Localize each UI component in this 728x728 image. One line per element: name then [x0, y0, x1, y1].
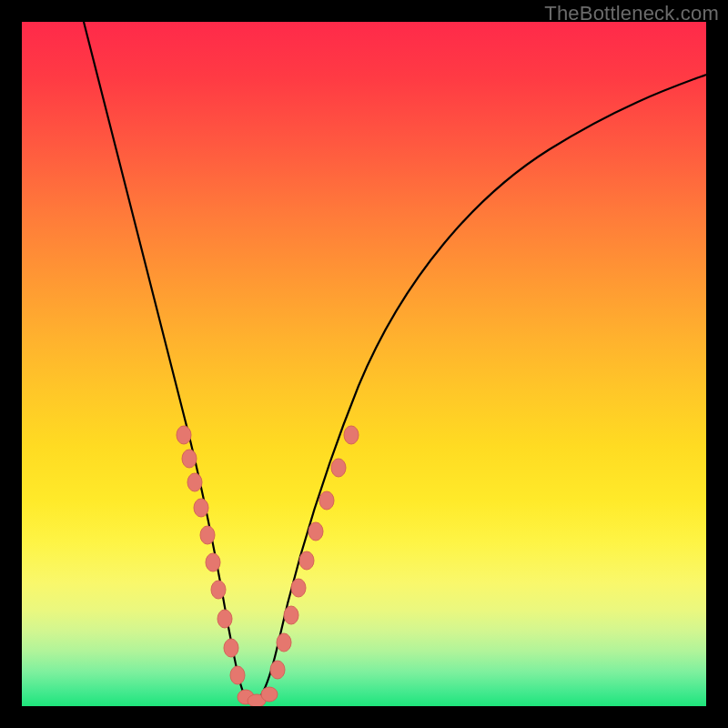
svg-point-3 — [194, 499, 208, 517]
svg-point-4 — [200, 526, 215, 544]
svg-point-1 — [182, 450, 197, 468]
plot-area — [22, 22, 706, 706]
curve-svg — [22, 22, 706, 706]
bead-cluster-right — [270, 426, 359, 679]
bead-cluster-left — [177, 426, 254, 704]
chart-frame: TheBottleneck.com — [0, 0, 728, 728]
svg-point-16 — [291, 579, 306, 597]
svg-point-8 — [224, 639, 238, 657]
svg-point-0 — [177, 426, 191, 444]
svg-point-7 — [217, 610, 232, 628]
svg-point-14 — [277, 633, 291, 652]
svg-point-17 — [299, 551, 314, 570]
svg-point-5 — [206, 553, 220, 571]
svg-point-20 — [331, 459, 346, 477]
svg-point-15 — [284, 606, 298, 624]
watermark-text: TheBottleneck.com — [544, 2, 719, 25]
svg-point-6 — [211, 581, 226, 599]
bottleneck-curve — [84, 22, 706, 703]
svg-point-13 — [270, 661, 285, 679]
svg-point-12 — [261, 687, 278, 702]
svg-point-9 — [230, 666, 245, 684]
svg-point-18 — [308, 522, 323, 541]
svg-point-19 — [319, 491, 334, 510]
bead-cluster-bottom — [248, 687, 278, 706]
svg-point-2 — [187, 473, 202, 491]
svg-point-21 — [344, 426, 359, 444]
